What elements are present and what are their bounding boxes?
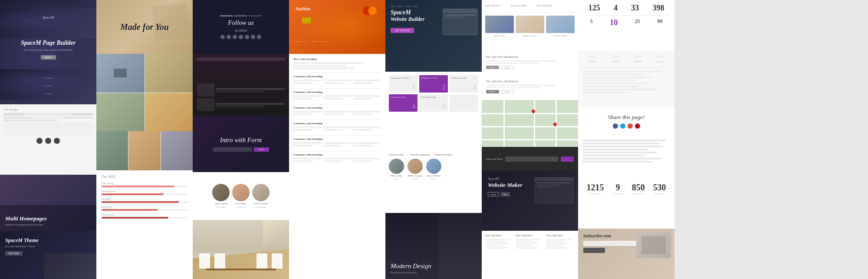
nav-plans[interactable]: Our Plans bbox=[44, 85, 52, 87]
social-icon-2[interactable] bbox=[227, 35, 231, 39]
team-member-3: Gloria Sunshine Web Developer bbox=[252, 184, 270, 208]
photo-strip-b bbox=[128, 131, 160, 170]
stats-mid-panel: Col 1Label Col 2Label Col 3Label Col 4La… bbox=[578, 50, 674, 107]
retina-cards-panel: Retina ready Mobile response Nortona Bui… bbox=[482, 12, 578, 52]
step-row-1: Coming up with idea 1 Realisation of ide… bbox=[389, 75, 478, 93]
step-box-1: Coming up with idea 1 bbox=[389, 75, 418, 93]
room-photo-panel bbox=[193, 220, 289, 279]
intro-email-input[interactable] bbox=[213, 147, 252, 152]
column-7: 125 4 33 398 5 10 25 99 bbox=[578, 0, 674, 279]
team-circles-panel: Retina ready Mobile response Nortona Bui… bbox=[385, 150, 482, 213]
social-icon-1[interactable] bbox=[220, 35, 225, 39]
tc-member-1: Retina ready Member bbox=[389, 159, 404, 180]
spacem-buy-btn[interactable]: BUY NOW bbox=[5, 251, 23, 256]
wm-btn-2[interactable]: Buy bbox=[501, 192, 510, 196]
share-google[interactable] bbox=[628, 123, 633, 129]
share-twitter[interactable] bbox=[620, 123, 625, 129]
team-photos-panel: Agatha Agatha CEO / Founder Jenny Moore … bbox=[193, 172, 289, 220]
modern-design-title: Modern Design bbox=[391, 262, 431, 270]
dark-search-bar[interactable] bbox=[196, 57, 286, 61]
stats-d-4: Col 4Label bbox=[650, 55, 670, 64]
step-box-5: Get project result 5 bbox=[419, 94, 448, 112]
share-facebook[interactable] bbox=[613, 123, 618, 129]
page-builder-title: SpaceM Page Builder bbox=[21, 40, 76, 46]
spacem-subtitle: Beautiful WordPress Theme bbox=[5, 245, 91, 248]
tb-btn-4[interactable]: Button bbox=[501, 90, 514, 93]
stat-4: 4 bbox=[614, 3, 618, 13]
map-road-h2 bbox=[482, 126, 578, 127]
intro-submit-btn[interactable]: Submit bbox=[254, 147, 269, 152]
social-icon-5[interactable] bbox=[245, 35, 249, 39]
map-road-h1 bbox=[482, 113, 578, 114]
stat-398: 398 bbox=[652, 3, 664, 13]
tb-btn-2[interactable]: Button bbox=[501, 66, 514, 69]
step-box-6 bbox=[450, 94, 478, 112]
photo-strip-a bbox=[96, 131, 128, 170]
tc-avatar-2 bbox=[408, 159, 423, 174]
column-4: NatWest **** **** **** **** Text with he… bbox=[289, 0, 385, 279]
map-panel bbox=[482, 100, 578, 147]
nav-team[interactable]: Our Team bbox=[44, 93, 52, 95]
subscribe-btn[interactable] bbox=[561, 156, 574, 162]
made-for-you-title: Made for You bbox=[120, 22, 169, 32]
tc-member-2: Mobile response Member bbox=[408, 159, 423, 180]
retina-img-3 bbox=[546, 16, 575, 33]
list-section-1: Text with heading bbox=[293, 57, 381, 69]
stat-125: 125 bbox=[589, 3, 600, 13]
sf-submit-btn[interactable] bbox=[583, 248, 605, 253]
wb-screenshot-mockup bbox=[443, 9, 477, 35]
retina-img-1 bbox=[485, 16, 514, 33]
website-builder-panel: Home About Portfolio Blog SpaceM Website… bbox=[385, 0, 482, 72]
stats-numbers-row-2: 5 10 25 99 bbox=[582, 18, 671, 27]
step-box-4: Get project result 4 bbox=[389, 94, 418, 112]
made-for-you-panel: Made for You bbox=[96, 0, 193, 54]
photo-laptop bbox=[96, 54, 145, 93]
skill-webdesign: Web Design bbox=[102, 182, 187, 187]
tb-btn-1[interactable]: Button bbox=[486, 66, 499, 69]
map-road-h3 bbox=[482, 139, 578, 140]
step-row-2: Get project result 4 Get project result … bbox=[389, 94, 478, 112]
follow-subtitle: @ 00000 bbox=[235, 29, 247, 32]
btc-col-2: Text with title2 bbox=[516, 234, 544, 249]
map-road-v2 bbox=[534, 100, 535, 147]
column-1: SpaceM SpaceM Page Builder The most powe… bbox=[0, 0, 96, 279]
multi-subtitle: Multiple homepage layouts included bbox=[5, 223, 91, 226]
skill-marketing: Marketing bbox=[102, 206, 187, 211]
share-title: Share this page! bbox=[608, 114, 645, 121]
skills-panel: Our Skills Web Design Development Brandi… bbox=[96, 170, 193, 279]
avatar-2 bbox=[232, 184, 250, 201]
stats-bottom-row: 1215 Lorem ipsum 9 Lorem ipsum 850 Lorem… bbox=[582, 183, 670, 195]
card-brand: NatWest bbox=[296, 7, 377, 45]
multi-homepages-panel: Multi Homepages Multiple homepage layout… bbox=[0, 175, 96, 231]
column-3: Follow us @ 00000 bbox=[193, 0, 289, 279]
wm-btn-1[interactable]: Demo bbox=[488, 192, 499, 196]
photo-desk1 bbox=[96, 93, 145, 132]
btc-col-3: Text with title3 bbox=[546, 234, 575, 249]
retina-img-row bbox=[485, 16, 575, 33]
social-icon-6[interactable] bbox=[251, 35, 255, 39]
design-circles bbox=[3, 138, 93, 144]
website-maker-panel: SpaceM Website Maker Demo Buy bbox=[482, 171, 578, 230]
share-pinterest[interactable] bbox=[635, 123, 640, 129]
column-5: Home About Portfolio Blog SpaceM Website… bbox=[385, 0, 482, 279]
retina-label-row: Retina ready Mobile response Nortona Bui… bbox=[485, 35, 575, 37]
text-buttons-panel-1: Div with Text and Buttons Button Button bbox=[482, 52, 578, 76]
page-builder-nav: Our Design | Our Plans | Our Team bbox=[0, 69, 96, 100]
wb-btn[interactable]: GET STARTED bbox=[391, 28, 414, 33]
social-icon-4[interactable] bbox=[239, 35, 243, 39]
subscribe-panel: Subscribe Form bbox=[482, 147, 578, 171]
page-builder-demo-btn[interactable]: DEMO bbox=[41, 55, 56, 60]
columns-list-panel: Text with heading Columns with heading C… bbox=[289, 54, 385, 279]
col-headers-panel: Text with title1 Text with title2 Text w… bbox=[482, 0, 578, 12]
social-icon-3[interactable] bbox=[233, 35, 237, 39]
design-title: Our Design bbox=[3, 108, 93, 111]
tb-btn-3[interactable]: Button bbox=[486, 90, 499, 93]
sf-laptop-img bbox=[636, 232, 671, 258]
modern-design-panel: Modern Design Beautiful and responsive bbox=[385, 213, 482, 279]
design-panel: Our Design bbox=[0, 104, 96, 175]
social-icons bbox=[220, 35, 261, 39]
subscribe-input[interactable] bbox=[505, 156, 558, 162]
avatar-3 bbox=[252, 184, 270, 201]
social-icon-7[interactable] bbox=[257, 35, 261, 39]
nav-design[interactable]: Our Design bbox=[44, 77, 53, 79]
